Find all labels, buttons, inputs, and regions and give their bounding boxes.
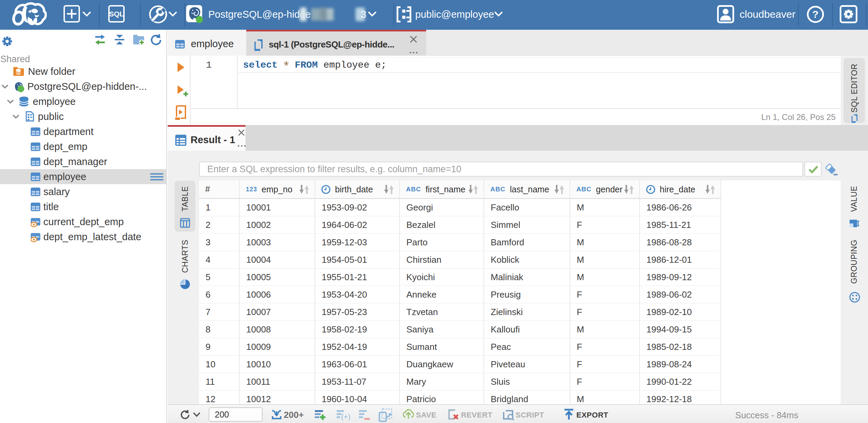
svg-text:?: ? — [812, 9, 818, 20]
svg-text:(+): (+) — [341, 412, 350, 420]
svg-text:SQL: SQL — [109, 10, 124, 18]
